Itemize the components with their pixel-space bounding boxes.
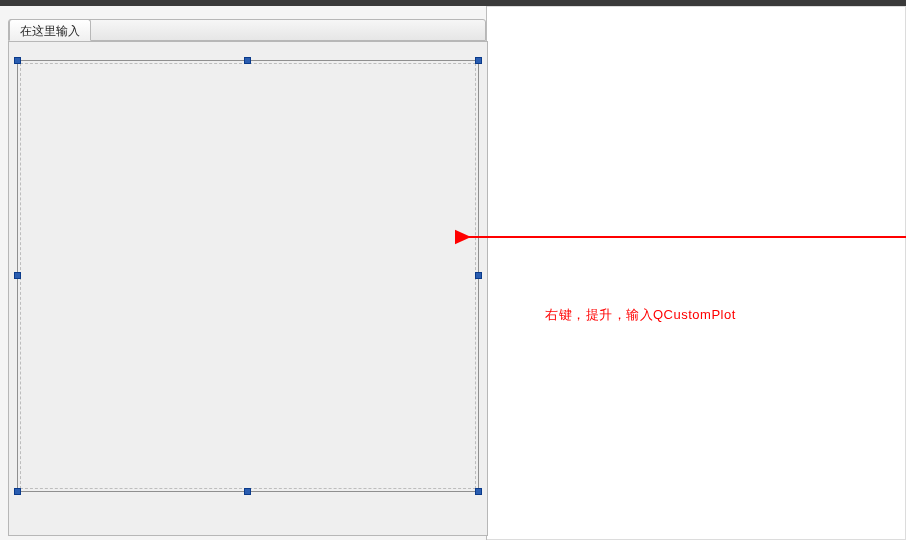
- resize-handle-middle-left[interactable]: [14, 272, 21, 279]
- resize-handle-bottom-right[interactable]: [475, 488, 482, 495]
- tabwidget-tabbar[interactable]: 在这里输入: [8, 19, 486, 41]
- resize-handle-bottom-left[interactable]: [14, 488, 21, 495]
- widget-inner-border: [20, 63, 476, 489]
- form-canvas[interactable]: [8, 41, 488, 536]
- selected-widget[interactable]: [17, 60, 479, 492]
- qt-designer-canvas[interactable]: 在这里输入: [0, 6, 487, 540]
- annotation-arrow: [455, 225, 906, 255]
- tab-label: 在这里输入: [20, 24, 80, 38]
- resize-handle-top-left[interactable]: [14, 57, 21, 64]
- resize-handle-bottom-center[interactable]: [244, 488, 251, 495]
- tab-input-here[interactable]: 在这里输入: [9, 19, 91, 41]
- resize-handle-top-right[interactable]: [475, 57, 482, 64]
- resize-handle-top-center[interactable]: [244, 57, 251, 64]
- annotation-text: 右键，提升，输入QCustomPlot: [545, 306, 736, 324]
- annotation-text-content: 右键，提升，输入QCustomPlot: [545, 307, 736, 322]
- resize-handle-middle-right[interactable]: [475, 272, 482, 279]
